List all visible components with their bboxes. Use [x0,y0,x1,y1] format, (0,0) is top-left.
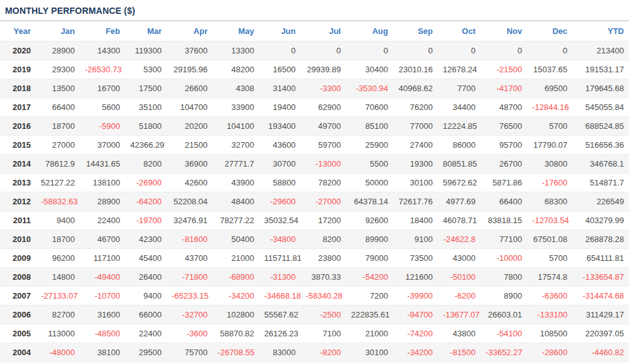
year-cell: 2017 [0,98,36,117]
value-cell: 138100 [80,174,125,192]
value-cell: 115711.81 [259,249,301,268]
value-cell: 69500 [527,79,572,98]
column-header-mar: Mar [125,21,167,41]
value-cell: 193400 [259,117,301,136]
value-cell: -133654.87 [572,268,629,287]
value-cell: 17200 [301,211,346,230]
value-cell: 58800 [259,174,301,192]
value-cell: 66400 [481,192,527,211]
table-row: 201618700-590051800202001041001934004970… [0,117,629,136]
value-cell: -314474.68 [572,287,629,306]
value-cell: -54100 [481,324,527,343]
value-cell: -31300 [259,268,301,287]
value-cell: -48000 [36,343,80,362]
value-cell: 12224.85 [438,117,481,136]
table-row: 2020289001430011930037600133000000000213… [0,41,629,60]
value-cell: 3870.33 [301,268,346,287]
value-cell: 0 [481,41,527,60]
value-cell: 48200 [213,60,259,79]
value-cell: 21000 [213,249,259,268]
value-cell: 8200 [301,230,346,249]
value-cell: 52208.04 [167,192,213,211]
value-cell: 12678.24 [438,60,481,79]
value-cell: -48500 [80,324,125,343]
value-cell: 50400 [213,230,259,249]
value-cell: 64378.14 [346,192,393,211]
header-row: YearJanFebMarAprMayJunJulAugSepOctNovDec… [0,21,629,41]
value-cell: -33130.47 [572,362,629,364]
table-row: 200996200117100454004370021000115711.812… [0,249,629,268]
column-header-dec: Dec [527,21,572,41]
value-cell: 28900 [36,41,80,60]
value-cell: -8200 [301,343,346,362]
value-cell: -34200 [213,287,259,306]
year-cell: 2019 [0,60,36,79]
value-cell: 191531.17 [572,60,629,79]
value-cell: 4977.69 [438,192,481,211]
value-cell: 16500 [259,60,301,79]
value-cell: 48700 [481,98,527,117]
value-cell: 26126.23 [259,324,301,343]
value-cell: 0 [393,41,438,60]
value-cell: 29300 [36,60,80,79]
value-cell: -49400 [80,268,125,287]
value-cell: 30100 [346,343,393,362]
value-cell: -10000 [481,249,527,268]
year-cell: 2008 [0,268,36,287]
value-cell: -13000 [301,155,346,174]
value-cell: 51800 [125,117,167,136]
value-cell: 30400 [346,60,393,79]
value-cell: -47000 [213,362,259,364]
value-cell: -5900 [80,117,125,136]
value-cell: 43700 [167,249,213,268]
table-row: 201352127.22138100-269004260043900588007… [0,174,629,192]
value-cell: 76500 [481,117,527,136]
value-cell: -26900 [125,174,167,192]
value-cell: 78200 [301,174,346,192]
value-cell: 7800 [481,268,527,287]
column-header-year: Year [0,21,36,41]
monthly-performance-panel: MONTHLY PERFORMANCE ($) YearJanFebMarApr… [0,0,629,364]
value-cell: 13300 [213,41,259,60]
value-cell: 66000 [125,306,167,324]
column-header-aug: Aug [346,21,393,41]
value-cell: 226549 [572,192,629,211]
value-cell: 89900 [346,230,393,249]
value-cell: -17600 [527,174,572,192]
value-cell: 9400 [36,211,80,230]
value-cell: 346768.1 [572,155,629,174]
value-cell: 35032.54 [259,211,301,230]
value-cell: 73500 [393,249,438,268]
value-cell: -81600 [167,230,213,249]
year-cell: 2007 [0,287,36,306]
value-cell: 96200 [36,249,80,268]
value-cell: 29939.89 [301,60,346,79]
value-cell: 0 [80,362,125,364]
value-cell: 18700 [36,117,80,136]
value-cell: 121600 [393,268,438,287]
value-cell: -27000 [301,192,346,211]
year-cell: 2015 [0,136,36,155]
value-cell: 36900 [167,155,213,174]
table-row: 2010187004670042300-8160050400-348008200… [0,230,629,249]
value-cell: 33900 [213,98,259,117]
value-cell: 0 [125,362,167,364]
value-cell: 8200 [125,155,167,174]
value-cell: 37000 [80,136,125,155]
value-cell: 31400 [259,79,301,98]
value-cell: 0 [527,41,572,60]
table-row: 2005113000-4850022400-360058870.8226126.… [0,324,629,343]
value-cell: 43900 [213,174,259,192]
value-cell: 30100 [393,174,438,192]
value-cell: 29195.96 [167,60,213,79]
value-cell: 55567.62 [259,306,301,324]
value-cell: -54200 [346,268,393,287]
value-cell: 78277.22 [213,211,259,230]
value-cell: -6200 [438,287,481,306]
value-cell: 26600 [167,79,213,98]
value-cell: 77000 [393,117,438,136]
value-cell: 38100 [80,343,125,362]
value-cell: -24700 [346,362,393,364]
value-cell: -34200 [393,343,438,362]
value-cell: 5700 [527,117,572,136]
